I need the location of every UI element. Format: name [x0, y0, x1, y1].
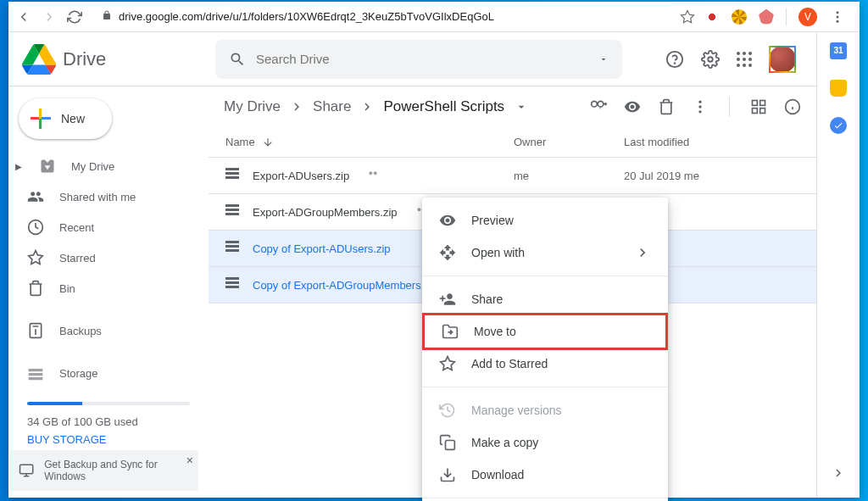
- star-icon: [27, 249, 44, 266]
- col-modified-header[interactable]: Last modified: [624, 136, 689, 148]
- svg-point-4: [675, 63, 676, 64]
- shared-badge-icon: [366, 169, 380, 182]
- sidebar: New ▶ My Drive Shared with me Recent: [8, 86, 209, 498]
- breadcrumb-item[interactable]: Share: [313, 98, 351, 115]
- zip-icon: [225, 168, 239, 183]
- bin-icon: [27, 280, 44, 297]
- file-name: Export-ADGroupMembers.zip: [253, 206, 398, 219]
- sort-arrow-icon[interactable]: [262, 136, 274, 148]
- extension-icon[interactable]: [759, 9, 774, 25]
- browser-toolbar: drive.google.com/drive/u/1/folders/10XW6…: [8, 2, 860, 32]
- back-button[interactable]: [15, 8, 32, 25]
- sidebar-item-starred[interactable]: Starred: [8, 242, 209, 273]
- menu-label: Move to: [474, 325, 516, 338]
- chevron-right-icon: [359, 99, 375, 114]
- menu-add-starred[interactable]: Add to Starred: [422, 348, 668, 380]
- svg-point-0: [837, 11, 839, 14]
- sidebar-item-storage[interactable]: Storage: [8, 358, 209, 388]
- storage-bar: [27, 402, 190, 405]
- keep-icon[interactable]: [830, 80, 847, 97]
- sidebar-item-label: Storage: [59, 367, 98, 380]
- person-add-icon: [439, 291, 456, 308]
- expand-rail-icon[interactable]: [831, 465, 846, 484]
- menu-download[interactable]: Download: [422, 459, 668, 491]
- backup-banner-text: Get Backup and Sync for Windows: [44, 459, 175, 482]
- dropdown-icon[interactable]: [515, 100, 528, 114]
- move-to-icon: [442, 323, 459, 340]
- eye-icon: [439, 212, 456, 229]
- more-icon[interactable]: [692, 98, 709, 115]
- context-menu: Preview Open with Share Move to Add to S…: [422, 198, 668, 501]
- svg-point-8: [698, 101, 701, 103]
- col-name-header[interactable]: Name: [225, 136, 255, 148]
- extension-icon[interactable]: [704, 9, 720, 25]
- breadcrumb-item-current[interactable]: PowerShell Scripts: [383, 98, 504, 115]
- sidebar-item-label: Backups: [59, 325, 102, 337]
- plus-icon: [31, 109, 51, 129]
- svg-point-10: [698, 110, 701, 113]
- zip-icon: [225, 241, 239, 256]
- sidebar-item-mydrive[interactable]: ▶ My Drive: [8, 151, 209, 181]
- close-icon[interactable]: ×: [186, 454, 193, 467]
- menu-move-to[interactable]: Move to: [422, 313, 668, 350]
- svg-rect-17: [446, 441, 455, 450]
- dropdown-icon[interactable]: [598, 54, 609, 64]
- file-modified: 20 Jul 2019 me: [624, 170, 801, 182]
- profile-avatar[interactable]: V: [798, 8, 817, 26]
- sidebar-item-backups[interactable]: Backups: [8, 315, 209, 346]
- account-avatar[interactable]: [769, 46, 796, 73]
- forward-button[interactable]: [41, 8, 58, 25]
- extension-icon[interactable]: [732, 9, 747, 25]
- sidebar-item-label: Starred: [59, 252, 96, 264]
- tasks-icon[interactable]: [830, 117, 847, 134]
- breadcrumb-item[interactable]: My Drive: [224, 98, 281, 115]
- svg-point-9: [698, 105, 701, 108]
- col-owner-header[interactable]: Owner: [514, 136, 546, 148]
- search-box[interactable]: [215, 40, 622, 79]
- search-icon: [229, 51, 246, 68]
- apps-icon[interactable]: [737, 52, 752, 67]
- calendar-icon[interactable]: 31: [830, 42, 847, 59]
- grid-view-icon[interactable]: [750, 98, 767, 115]
- menu-preview[interactable]: Preview: [422, 204, 668, 237]
- browser-menu-icon[interactable]: [829, 8, 846, 25]
- expand-icon[interactable]: ▶: [15, 162, 24, 171]
- info-icon[interactable]: [784, 98, 801, 115]
- menu-label: Share: [471, 292, 503, 306]
- sidebar-item-label: Recent: [59, 221, 94, 234]
- menu-manage-versions: Manage versions: [422, 394, 668, 426]
- buy-storage-link[interactable]: BUY STORAGE: [27, 433, 190, 446]
- menu-open-with[interactable]: Open with: [422, 237, 668, 269]
- sidebar-item-bin[interactable]: Bin: [8, 273, 209, 303]
- right-rail: 31: [817, 32, 860, 498]
- svg-point-2: [837, 19, 839, 22]
- sidebar-item-shared[interactable]: Shared with me: [8, 181, 209, 212]
- menu-share[interactable]: Share: [422, 283, 668, 315]
- delete-icon[interactable]: [658, 98, 675, 115]
- help-icon[interactable]: [665, 50, 684, 69]
- file-name: Copy of Export-ADUsers.zip: [253, 242, 391, 255]
- svg-point-1: [837, 15, 839, 18]
- address-bar[interactable]: drive.google.com/drive/u/1/folders/10XW6…: [92, 9, 670, 24]
- app-header: Drive: [8, 32, 816, 86]
- column-header-row: Name Owner Last modified: [209, 127, 816, 158]
- sidebar-item-recent[interactable]: Recent: [8, 212, 209, 242]
- backup-banner[interactable]: Get Backup and Sync for Windows ×: [10, 450, 198, 491]
- download-icon: [439, 466, 456, 483]
- gear-icon[interactable]: [701, 50, 720, 69]
- sidebar-item-label: My Drive: [71, 160, 114, 173]
- file-row[interactable]: Export-ADUsers.zipme20 Jul 2019 me: [209, 158, 816, 194]
- chevron-right-icon: [289, 99, 304, 114]
- share-icon[interactable]: [590, 98, 607, 115]
- new-button[interactable]: New: [19, 98, 112, 139]
- menu-make-copy[interactable]: Make a copy: [422, 426, 668, 459]
- sidebar-item-label: Bin: [59, 282, 75, 295]
- preview-icon[interactable]: [624, 98, 641, 115]
- storage-icon: [27, 365, 44, 381]
- search-input[interactable]: [256, 52, 588, 66]
- history-icon: [439, 402, 456, 419]
- svg-rect-14: [760, 109, 765, 114]
- bookmark-star-icon[interactable]: [679, 8, 696, 25]
- mydrive-icon: [39, 158, 56, 175]
- reload-button[interactable]: [66, 8, 83, 25]
